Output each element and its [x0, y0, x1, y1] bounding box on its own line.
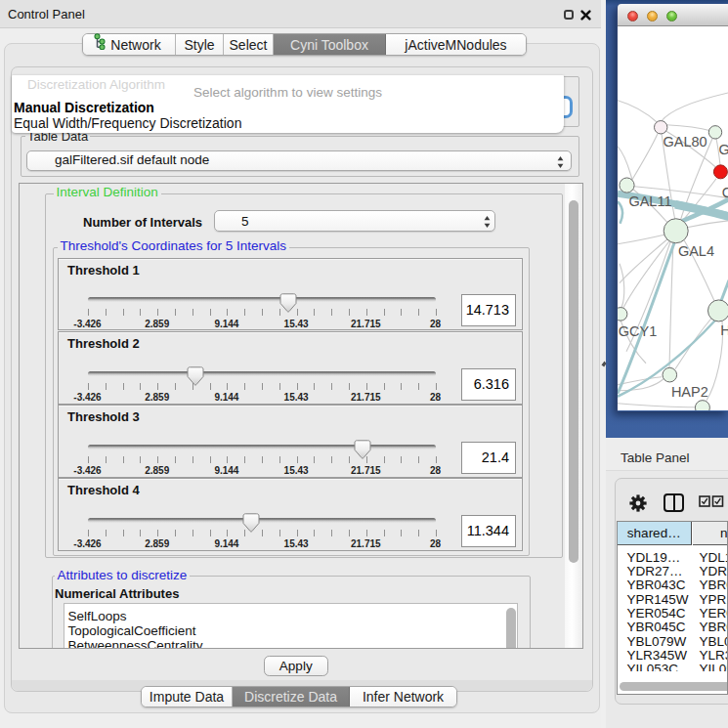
svg-text:GCY1: GCY1 — [619, 323, 658, 339]
svg-text:GAL: GAL — [719, 141, 728, 156]
svg-text:GAL80: GAL80 — [664, 134, 707, 150]
svg-text:HAP2: HAP2 — [671, 384, 708, 400]
svg-text:GAL4: GAL4 — [678, 242, 714, 258]
svg-text:H: H — [720, 321, 728, 337]
svg-text:GAL11: GAL11 — [628, 193, 671, 209]
svg-text:CD: CD — [722, 185, 728, 200]
